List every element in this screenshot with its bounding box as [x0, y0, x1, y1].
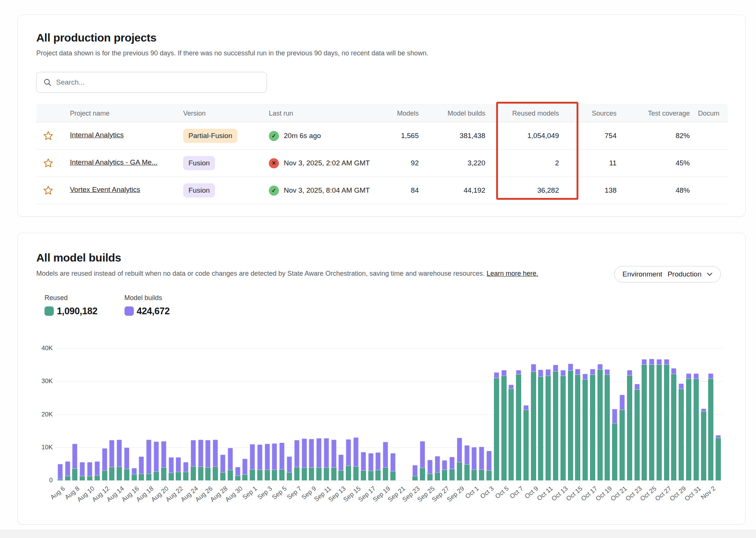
bar-segment-reused[interactable]	[80, 476, 85, 480]
bar-segment-model-builds[interactable]	[449, 457, 455, 469]
bar-segment-model-builds[interactable]	[442, 460, 447, 470]
bar-segment-reused[interactable]	[176, 472, 181, 480]
bar-segment-model-builds[interactable]	[508, 385, 514, 389]
bar-segment-reused[interactable]	[235, 476, 240, 480]
bar-segment-model-builds[interactable]	[479, 447, 484, 470]
favorite-star-icon[interactable]	[43, 184, 55, 196]
bar-segment-model-builds[interactable]	[338, 455, 344, 470]
bar-segment-model-builds[interactable]	[435, 456, 440, 473]
learn-more-link[interactable]: Learn more here.	[486, 270, 538, 277]
bar-segment-reused[interactable]	[331, 468, 336, 480]
bar-segment-reused[interactable]	[442, 470, 447, 480]
bar-segment-reused[interactable]	[427, 474, 433, 480]
bar-segment-reused[interactable]	[479, 470, 484, 480]
bar-segment-reused[interactable]	[87, 476, 92, 480]
bar-segment-model-builds[interactable]	[257, 444, 262, 470]
bar-segment-model-builds[interactable]	[220, 455, 225, 473]
favorite-star-icon[interactable]	[43, 157, 55, 169]
bar-segment-model-builds[interactable]	[331, 440, 336, 468]
bar-segment-reused[interactable]	[523, 410, 529, 480]
bar-segment-model-builds[interactable]	[95, 461, 100, 476]
bar-segment-model-builds[interactable]	[272, 443, 277, 470]
bar-segment-reused[interactable]	[191, 467, 196, 480]
bar-segment-reused[interactable]	[546, 376, 551, 480]
bar-segment-reused[interactable]	[620, 410, 625, 480]
bar-segment-reused[interactable]	[501, 376, 507, 480]
bar-segment-reused[interactable]	[124, 469, 129, 480]
search-input[interactable]	[56, 78, 260, 86]
bar-segment-model-builds[interactable]	[235, 467, 240, 476]
bar-segment-model-builds[interactable]	[65, 461, 70, 476]
bar-segment-reused[interactable]	[531, 372, 536, 480]
bar-segment-reused[interactable]	[605, 375, 610, 480]
bar-segment-reused[interactable]	[486, 471, 492, 480]
bar-segment-reused[interactable]	[183, 472, 188, 480]
bar-segment-reused[interactable]	[368, 471, 374, 480]
bar-segment-reused[interactable]	[198, 467, 203, 480]
bar-segment-reused[interactable]	[627, 376, 632, 480]
bar-segment-reused[interactable]	[109, 467, 114, 480]
bar-segment-model-builds[interactable]	[575, 369, 580, 375]
bar-segment-model-builds[interactable]	[390, 453, 396, 471]
bar-segment-reused[interactable]	[324, 468, 329, 480]
bar-segment-model-builds[interactable]	[368, 453, 374, 471]
bar-segment-model-builds[interactable]	[671, 368, 676, 374]
bar-segment-reused[interactable]	[279, 470, 285, 480]
bar-segment-reused[interactable]	[65, 476, 70, 480]
bar-segment-model-builds[interactable]	[605, 369, 610, 375]
bar-segment-reused[interactable]	[612, 424, 617, 480]
bar-segment-reused[interactable]	[338, 471, 344, 480]
bar-segment-reused[interactable]	[383, 468, 388, 480]
bar-segment-reused[interactable]	[634, 390, 640, 480]
bar-segment-reused[interactable]	[272, 470, 277, 480]
bar-segment-reused[interactable]	[95, 476, 100, 480]
bar-segment-reused[interactable]	[471, 470, 477, 480]
bar-segment-reused[interactable]	[353, 467, 359, 480]
bar-segment-model-builds[interactable]	[560, 370, 566, 376]
bar-segment-model-builds[interactable]	[516, 370, 521, 374]
bar-segment-model-builds[interactable]	[287, 456, 292, 473]
bar-segment-reused[interactable]	[657, 365, 662, 480]
bar-segment-reused[interactable]	[346, 466, 351, 480]
bar-segment-reused[interactable]	[287, 473, 292, 480]
bar-segment-model-builds[interactable]	[612, 409, 617, 424]
bar-segment-reused[interactable]	[242, 475, 248, 480]
bar-segment-model-builds[interactable]	[457, 438, 462, 462]
bar-segment-reused[interactable]	[213, 467, 218, 480]
bar-segment-model-builds[interactable]	[627, 370, 632, 376]
bar-segment-reused[interactable]	[412, 476, 418, 480]
bar-segment-model-builds[interactable]	[708, 373, 713, 379]
bar-segment-reused[interactable]	[464, 465, 470, 480]
bar-segment-reused[interactable]	[583, 380, 588, 480]
bar-segment-model-builds[interactable]	[279, 443, 285, 469]
bar-segment-model-builds[interactable]	[353, 437, 359, 467]
bar-segment-reused[interactable]	[671, 374, 676, 480]
bar-segment-reused[interactable]	[316, 468, 322, 480]
bar-segment-model-builds[interactable]	[80, 462, 85, 477]
bar-segment-reused[interactable]	[250, 470, 255, 480]
bar-segment-model-builds[interactable]	[634, 384, 640, 390]
bar-segment-model-builds[interactable]	[538, 370, 543, 377]
bar-segment-model-builds[interactable]	[546, 369, 551, 376]
bar-segment-reused[interactable]	[72, 469, 77, 480]
bar-segment-reused[interactable]	[457, 462, 462, 480]
bar-segment-reused[interactable]	[701, 412, 706, 480]
bar-segment-model-builds[interactable]	[102, 448, 107, 471]
bar-segment-model-builds[interactable]	[198, 440, 203, 467]
bar-segment-model-builds[interactable]	[154, 441, 159, 472]
bar-segment-model-builds[interactable]	[686, 373, 691, 379]
bar-segment-model-builds[interactable]	[568, 364, 573, 371]
bar-segment-model-builds[interactable]	[294, 440, 299, 467]
bar-segment-model-builds[interactable]	[383, 442, 388, 468]
bar-segment-model-builds[interactable]	[679, 383, 684, 389]
bar-segment-reused[interactable]	[390, 471, 396, 480]
bar-segment-reused[interactable]	[161, 468, 166, 480]
bar-segment-model-builds[interactable]	[590, 369, 595, 375]
bar-segment-reused[interactable]	[590, 375, 595, 480]
bar-segment-reused[interactable]	[664, 365, 669, 480]
bar-segment-reused[interactable]	[169, 473, 174, 480]
bar-segment-model-builds[interactable]	[523, 405, 529, 410]
bar-segment-model-builds[interactable]	[124, 447, 129, 469]
bar-segment-model-builds[interactable]	[250, 444, 255, 470]
project-search-box[interactable]	[36, 72, 267, 93]
